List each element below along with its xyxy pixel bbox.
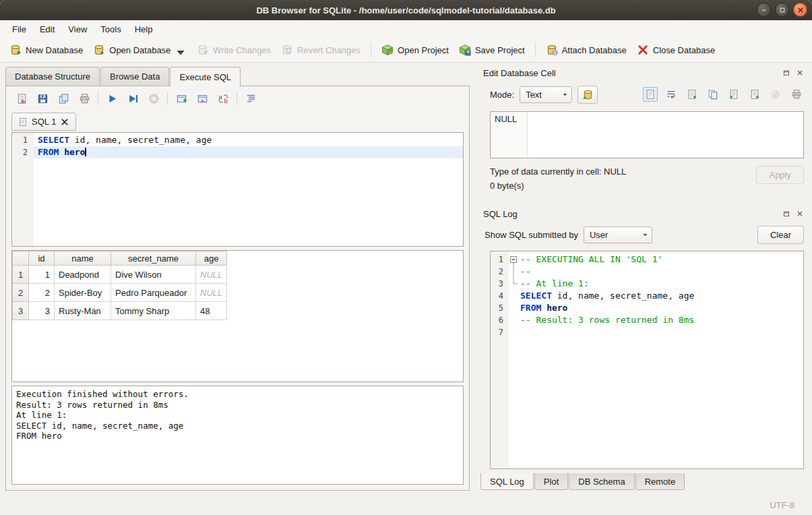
menu-view[interactable]: View xyxy=(61,20,94,38)
mode-select[interactable]: Text xyxy=(520,86,572,103)
statusbar: UTF-8 xyxy=(0,495,812,515)
save-project-button[interactable]: Save Project xyxy=(455,40,529,59)
svg-text:b: b xyxy=(224,98,227,104)
save-sql-file-icon[interactable] xyxy=(35,91,50,106)
cell-toolbar xyxy=(643,87,804,102)
results-grid: idnamesecret_nameage11DeadpondDive Wilso… xyxy=(11,250,464,382)
minimize-icon[interactable] xyxy=(757,3,771,17)
sql-tabbar: SQL 1 xyxy=(6,111,469,131)
tab-execute-sql[interactable]: Execute SQL xyxy=(170,67,241,86)
sql-tab-label: SQL 1 xyxy=(32,117,56,127)
row-number[interactable]: 3 xyxy=(13,302,29,320)
text-document-icon[interactable] xyxy=(643,87,658,102)
cell[interactable]: Tommy Sharp xyxy=(111,302,196,320)
row-number[interactable]: 2 xyxy=(13,284,29,302)
new-sql-tab-icon[interactable] xyxy=(174,91,189,106)
new-database-button[interactable]: New Database xyxy=(5,40,87,59)
format-sql-icon[interactable] xyxy=(243,91,258,106)
log-line: 6-- Result: 3 rows returned in 8ms xyxy=(491,314,803,326)
fold-marker-icon xyxy=(509,278,518,290)
execution-status[interactable]: Execution finished without errors. Resul… xyxy=(11,386,464,485)
cell[interactable]: Pedro Parqueador xyxy=(111,284,196,302)
main-content: Database StructureBrowse DataExecute SQL… xyxy=(0,63,812,495)
open-sql-file-icon[interactable] xyxy=(14,91,29,106)
menu-edit[interactable]: Edit xyxy=(33,20,61,38)
bottom-tab-remote[interactable]: Remote xyxy=(635,473,685,490)
log-line: 1-- EXECUTING ALL IN 'SQL 1' xyxy=(491,253,803,266)
row-number[interactable]: 1 xyxy=(13,266,29,284)
cell[interactable]: 3 xyxy=(29,302,55,320)
bottom-tabbar: SQL LogPlotDB SchemaRemote xyxy=(480,473,805,495)
cell[interactable]: Dive Wilson xyxy=(111,266,196,284)
print-sql-icon[interactable] xyxy=(77,91,92,106)
import-data-button[interactable] xyxy=(577,86,598,104)
clear-log-button[interactable]: Clear xyxy=(757,226,804,244)
log-filter-label: Show SQL submitted by xyxy=(485,230,578,240)
column-header-id[interactable]: id xyxy=(29,251,55,266)
open-in-new-tab-icon[interactable] xyxy=(195,91,210,106)
find-replace-icon[interactable]: ab xyxy=(216,91,230,106)
fold-column xyxy=(509,302,518,314)
menubar: FileEditViewToolsHelp xyxy=(0,20,812,38)
bottom-tab-sql-log[interactable]: SQL Log xyxy=(480,473,534,490)
execute-all-icon[interactable] xyxy=(104,91,119,106)
toolbar-separator xyxy=(98,92,98,105)
main-tabbar: Database StructureBrowse DataExecute SQL xyxy=(5,67,474,86)
corner-header[interactable] xyxy=(13,251,29,266)
fold-marker-icon[interactable] xyxy=(509,253,518,266)
cell[interactable]: 2 xyxy=(29,284,55,302)
attach-database-button[interactable]: Attach Database xyxy=(542,40,631,59)
float-panel-icon[interactable] xyxy=(781,67,792,78)
close-database-button[interactable]: Close Database xyxy=(633,40,720,59)
print-cell-icon[interactable] xyxy=(789,87,804,102)
close-panel-icon[interactable] xyxy=(794,208,805,219)
import-cell-icon[interactable] xyxy=(726,87,741,102)
open-database-button[interactable]: Open Database xyxy=(89,38,191,62)
tab-database-structure[interactable]: Database Structure xyxy=(5,67,100,86)
column-header-name[interactable]: name xyxy=(55,251,111,266)
line-number: 3 xyxy=(491,278,509,290)
execute-current-icon[interactable] xyxy=(125,91,140,106)
cell[interactable]: Spider-Boy xyxy=(55,284,111,302)
word-wrap-icon[interactable] xyxy=(664,87,679,102)
left-pane: Database StructureBrowse DataExecute SQL… xyxy=(0,63,474,495)
bottom-tab-plot[interactable]: Plot xyxy=(534,473,568,490)
menu-help[interactable]: Help xyxy=(128,20,160,38)
log-filter-select[interactable]: User xyxy=(584,226,652,243)
open-sql-tab-icon[interactable] xyxy=(56,91,71,106)
float-panel-icon[interactable] xyxy=(781,208,792,219)
close-window-icon[interactable] xyxy=(793,3,807,17)
column-header-age[interactable]: age xyxy=(196,251,227,266)
tab-browse-data[interactable]: Browse Data xyxy=(100,67,169,86)
cell[interactable]: 1 xyxy=(29,266,55,284)
open-project-button[interactable]: Open Project xyxy=(377,40,453,59)
new-document-icon[interactable] xyxy=(685,87,699,102)
cell[interactable]: NULL xyxy=(196,266,227,284)
fold-column xyxy=(509,314,518,326)
cell[interactable]: NULL xyxy=(196,284,227,302)
execute-sql-panel: ab SQL 1 1SELECT id, name, secret_name, … xyxy=(5,86,470,491)
copy-cell-icon[interactable] xyxy=(706,87,720,102)
maximize-icon[interactable] xyxy=(775,3,789,17)
sql-editor[interactable]: 1SELECT id, name, secret_name, age2FROM … xyxy=(11,132,464,247)
cell[interactable]: Rusty-Man xyxy=(55,302,111,320)
sql-log-editor[interactable]: 1-- EXECUTING ALL IN 'SQL 1'2--3-- At li… xyxy=(490,251,804,469)
menu-file[interactable]: File xyxy=(5,20,33,38)
fold-column xyxy=(509,290,518,302)
log-line: 4SELECT id, name, secret_name, age xyxy=(491,290,803,302)
titlebar[interactable]: DB Browser for SQLite - /home/user/code/… xyxy=(0,0,812,20)
toolbar-separator xyxy=(167,92,168,105)
combo-arrow-icon xyxy=(175,41,187,59)
column-header-secret_name[interactable]: secret_name xyxy=(111,251,196,266)
tab-close-icon[interactable] xyxy=(60,117,69,127)
close-panel-icon[interactable] xyxy=(794,67,805,78)
cell[interactable]: Deadpond xyxy=(55,266,111,284)
bottom-tab-db-schema[interactable]: DB Schema xyxy=(569,473,634,490)
export-cell-icon[interactable] xyxy=(747,87,762,102)
cell[interactable]: 48 xyxy=(196,302,227,320)
cell-editor[interactable]: NULL xyxy=(490,111,804,158)
toolbar-separator xyxy=(237,92,237,105)
sql-file-icon xyxy=(18,117,28,127)
menu-tools[interactable]: Tools xyxy=(94,20,127,38)
sql-tab[interactable]: SQL 1 xyxy=(11,113,76,131)
